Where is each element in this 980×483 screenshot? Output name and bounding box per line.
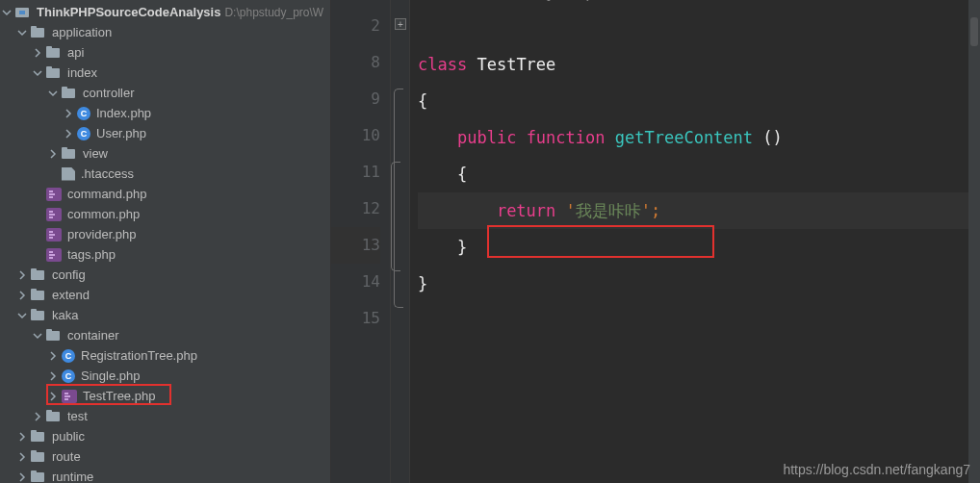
tree-item-common-php[interactable]: common.php [0, 204, 330, 224]
tree-item-route[interactable]: route [0, 446, 330, 467]
code-line: class TestTree [418, 46, 980, 83]
chevron-right-icon[interactable] [47, 148, 59, 160]
tree-label: container [67, 328, 118, 343]
chevron-right-icon[interactable] [16, 269, 28, 281]
tree-item-extend[interactable]: extend [0, 285, 330, 305]
gutter-line: 8 [331, 44, 380, 81]
tree-item-index-php[interactable]: Index.php [0, 103, 330, 123]
folder-icon [31, 470, 46, 484]
folder-icon [62, 87, 77, 100]
folder-icon [31, 26, 46, 39]
code-line: { [418, 83, 980, 119]
tree-item-testtree-php[interactable]: TestTree.php [0, 386, 330, 406]
folder-icon [31, 289, 46, 302]
tree-label: kaka [52, 308, 78, 322]
tree-item-provider-php[interactable]: provider.php [0, 224, 330, 244]
chevron-right-icon[interactable] [47, 391, 59, 402]
gutter-line: 9 [331, 81, 380, 117]
tree-label: public [52, 429, 85, 444]
fold-brace-icon [391, 162, 400, 271]
tree-item-tags-php[interactable]: tags.php [0, 244, 330, 265]
code-line [418, 10, 980, 46]
chevron-down-icon[interactable] [32, 67, 43, 79]
watermark: https://blog.csdn.net/fangkang7 [783, 462, 970, 477]
tree-project-root[interactable]: ThinkPHPSourceCodeAnalysis D:\phpstudy_p… [0, 2, 330, 22]
chevron-right-icon[interactable] [47, 370, 59, 382]
tree-label: index [67, 65, 97, 80]
chevron-down-icon[interactable] [32, 330, 43, 342]
gutter-line: 13 [331, 227, 380, 264]
php-icon [62, 390, 77, 403]
chevron-right-icon[interactable] [16, 290, 28, 301]
tree-item-user-php[interactable]: User.php [0, 123, 330, 143]
tree-label: config [52, 267, 86, 282]
gutter-line: 12 [331, 191, 380, 227]
tree-label: api [67, 45, 84, 60]
chevron-right-icon[interactable] [32, 47, 43, 59]
editor-scrollbar[interactable] [968, 0, 980, 483]
tree-label: TestTree.php [83, 389, 155, 403]
tree-label: application [52, 25, 112, 39]
tree-label: Single.php [81, 369, 140, 383]
chevron-down-icon[interactable] [1, 7, 13, 18]
tree-item-application[interactable]: application [0, 22, 330, 42]
folder-icon [46, 410, 62, 423]
chevron-down-icon[interactable] [16, 27, 28, 38]
chevron-right-icon[interactable] [16, 471, 28, 483]
code-line-current: return '我是咔咔'; [418, 192, 980, 229]
folder-icon [31, 430, 46, 444]
tree-item-kaka[interactable]: kaka [0, 305, 330, 325]
chevron-right-icon[interactable] [63, 108, 74, 119]
tree-item-container[interactable]: container [0, 325, 330, 345]
folder-icon [31, 309, 46, 322]
project-tree[interactable]: ThinkPHPSourceCodeAnalysis D:\phpstudy_p… [0, 0, 331, 483]
tree-label: tags.php [67, 247, 116, 262]
tree-item-view[interactable]: view [0, 143, 330, 164]
project-name: ThinkPHPSourceCodeAnalysis [37, 5, 220, 19]
tree-label: view [83, 146, 108, 161]
gutter: 2 8 9 10 11 12 13 14 15 [331, 0, 391, 483]
gutter-line: 11 [331, 154, 380, 191]
tree-item-api[interactable]: api [0, 42, 330, 63]
fold-column: + [391, 0, 410, 483]
gutter-line: 2 [331, 8, 380, 44]
fold-plus-icon[interactable]: + [395, 18, 406, 30]
tree-label: Index.php [96, 106, 151, 120]
tree-item-runtime[interactable]: runtime [0, 467, 330, 483]
tree-item-command-php[interactable]: command.php [0, 184, 330, 204]
tree-label: runtime [52, 470, 93, 483]
tree-item-registrationtree-php[interactable]: RegistrationTree.php [0, 345, 330, 366]
tree-item-controller[interactable]: controller [0, 83, 330, 103]
chevron-right-icon[interactable] [16, 431, 28, 443]
tree-item-single-php[interactable]: Single.php [0, 366, 330, 386]
tree-item-public[interactable]: public [0, 426, 330, 446]
code-line: { [418, 156, 980, 192]
code-line: } [418, 266, 980, 302]
gutter-line: 14 [331, 264, 380, 300]
tree-label: controller [83, 86, 134, 100]
highlight-box-code [487, 225, 714, 258]
gutter-line: 10 [331, 117, 380, 154]
chevron-down-icon[interactable] [16, 310, 28, 321]
class-icon [62, 369, 75, 383]
chevron-right-icon[interactable] [16, 451, 28, 463]
chevron-right-icon[interactable] [32, 411, 43, 422]
chevron-down-icon[interactable] [47, 88, 59, 99]
tree-label: test [67, 409, 88, 423]
tree-item-htaccess[interactable]: .htaccess [0, 164, 330, 184]
folder-icon [31, 268, 46, 282]
tree-item-test[interactable]: test [0, 406, 330, 426]
code-editor[interactable]: 2 8 9 10 11 12 13 14 15 + <?php /** Crea… [331, 0, 980, 483]
php-icon [46, 228, 62, 242]
tree-item-config[interactable]: config [0, 265, 330, 285]
tree-item-index[interactable]: index [0, 63, 330, 83]
tree-label: route [52, 449, 81, 464]
tree-label: common.php [67, 207, 140, 221]
chevron-right-icon[interactable] [63, 128, 74, 140]
code-area[interactable]: <?php /** Created by PhpStorm. ...*/ cla… [410, 0, 980, 483]
php-icon [46, 188, 62, 201]
folder-icon [46, 46, 62, 60]
chevron-right-icon[interactable] [47, 350, 59, 362]
project-path: D:\phpstudy_pro\W [224, 6, 323, 19]
folder-icon [31, 450, 46, 464]
